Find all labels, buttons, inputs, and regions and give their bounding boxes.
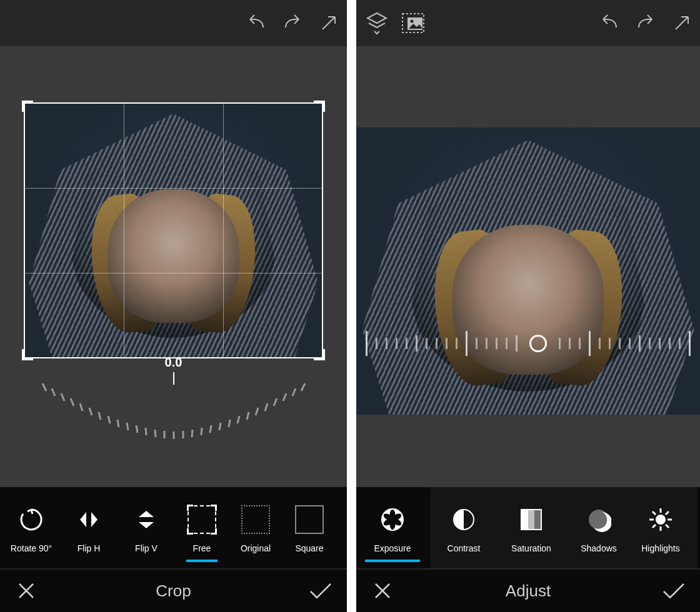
saturation-icon — [498, 502, 565, 537]
highlights-icon — [632, 502, 689, 537]
cancel-button[interactable] — [369, 577, 396, 605]
svg-line-2 — [61, 393, 64, 401]
exposure-icon — [359, 502, 426, 537]
svg-line-21 — [238, 416, 239, 423]
svg-line-3 — [71, 398, 74, 406]
adjust-topbar — [356, 0, 700, 46]
svg-line-1 — [52, 388, 55, 396]
rotation-dial-arc[interactable] — [30, 378, 318, 453]
background-image-button[interactable] — [399, 9, 428, 37]
fliph-button[interactable]: Flip H — [60, 502, 118, 553]
svg-line-23 — [256, 408, 258, 415]
confirm-button[interactable] — [660, 577, 688, 605]
svg-line-10 — [136, 425, 138, 433]
aspect-original-icon — [229, 502, 282, 537]
flipv-button[interactable]: Flip V — [118, 502, 175, 553]
slider-ticks — [366, 331, 691, 356]
svg-line-5 — [89, 408, 92, 415]
undo-button[interactable] — [242, 9, 271, 37]
redo-button[interactable] — [278, 9, 307, 37]
tab-shadows[interactable]: Shadows — [565, 502, 632, 553]
shadows-icon — [565, 502, 632, 537]
svg-line-28 — [301, 383, 305, 391]
svg-line-22 — [247, 412, 249, 420]
svg-line-43 — [666, 525, 669, 528]
photo-preview — [24, 102, 323, 358]
rotate90-button[interactable]: Rotate 90° — [2, 502, 60, 553]
svg-line-45 — [652, 525, 656, 528]
crop-footer: Crop — [0, 568, 347, 612]
svg-line-44 — [666, 511, 669, 515]
crop-canvas[interactable]: 0.0 — [0, 46, 347, 487]
svg-line-8 — [118, 420, 119, 427]
crop-handle-tl[interactable] — [22, 101, 33, 112]
svg-line-0 — [42, 383, 46, 391]
adjust-footer: Adjust — [356, 568, 700, 612]
svg-point-37 — [656, 515, 666, 525]
crop-topbar — [0, 0, 347, 46]
svg-line-11 — [146, 428, 146, 435]
adjust-slider[interactable] — [356, 325, 700, 362]
crop-frame[interactable] — [24, 102, 323, 358]
rotation-dial[interactable]: 0.0 — [30, 355, 318, 456]
aspect-square-button[interactable]: Square — [282, 502, 336, 553]
layers-button[interactable] — [362, 9, 391, 37]
mode-label-adjust: Adjust — [506, 581, 551, 601]
photo-preview — [356, 127, 700, 415]
svg-line-4 — [80, 403, 82, 411]
mode-label-crop: Crop — [156, 581, 191, 601]
fullscreen-button[interactable] — [314, 9, 343, 37]
svg-line-24 — [265, 403, 268, 411]
svg-line-6 — [99, 412, 101, 420]
rotation-value: 0.0 — [30, 355, 318, 370]
aspect-original-button[interactable]: Original — [229, 502, 282, 553]
tab-contrast[interactable]: Contrast — [430, 502, 498, 553]
svg-line-7 — [108, 416, 110, 423]
tab-saturation[interactable]: Saturation — [498, 502, 565, 553]
adjust-toolstrip: Exposure Contrast Saturation — [356, 487, 700, 568]
undo-button[interactable] — [595, 9, 624, 37]
cancel-button[interactable] — [12, 577, 40, 605]
aspect-free-button[interactable]: Free — [175, 502, 229, 553]
tab-exposure[interactable]: Exposure — [359, 502, 426, 553]
svg-line-20 — [229, 420, 230, 427]
svg-line-42 — [652, 511, 656, 515]
rotate-icon — [2, 502, 60, 537]
adjust-pane: Exposure Contrast Saturation — [356, 0, 700, 612]
crop-handle-tr[interactable] — [314, 101, 325, 112]
adjust-tab-strip: Contrast Saturation Shadows — [430, 487, 698, 568]
svg-line-9 — [127, 423, 128, 430]
tab-highlights[interactable]: Highlights — [632, 502, 689, 553]
fullscreen-button[interactable] — [668, 9, 696, 37]
adjust-canvas[interactable] — [356, 46, 700, 487]
svg-point-31 — [411, 20, 414, 23]
svg-line-25 — [274, 398, 277, 406]
flip-horizontal-icon — [60, 502, 118, 537]
svg-line-12 — [155, 430, 156, 437]
svg-line-27 — [292, 388, 296, 396]
svg-line-16 — [192, 430, 192, 437]
confirm-button[interactable] — [307, 577, 334, 605]
svg-line-26 — [283, 393, 286, 401]
redo-button[interactable] — [631, 9, 660, 37]
aspect-square-icon — [282, 502, 336, 537]
flip-vertical-icon — [118, 502, 175, 537]
svg-line-17 — [201, 428, 202, 435]
crop-toolstrip: Rotate 90° Flip H Flip V Free Origin — [0, 487, 347, 568]
svg-line-19 — [219, 423, 221, 430]
crop-pane: 0.0 — [0, 0, 347, 612]
contrast-icon — [430, 502, 498, 537]
svg-line-18 — [210, 425, 211, 433]
aspect-free-icon — [175, 502, 229, 537]
slider-thumb[interactable] — [529, 335, 547, 352]
